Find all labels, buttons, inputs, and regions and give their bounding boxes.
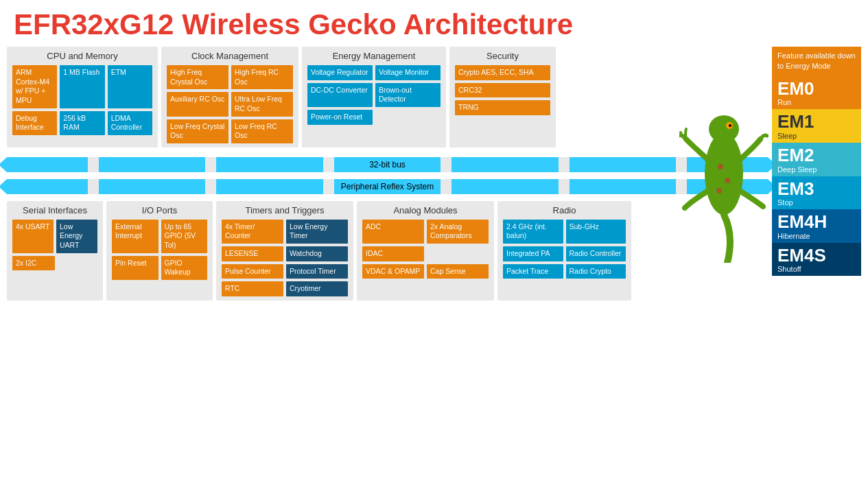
serial-cell-2: 2x I2C xyxy=(12,256,55,271)
cpu-cell-2: ETM xyxy=(108,65,152,108)
clock-cell-1: High Freq RC Osc xyxy=(231,65,293,89)
radio-cell-2: Integrated PA xyxy=(503,246,563,261)
energy-block: Energy Management Voltage Regulator Volt… xyxy=(302,47,446,148)
clock-cell-5: Low Freq RC Osc xyxy=(231,119,293,143)
analog-cell-1: 2x Analog Comparators xyxy=(427,220,489,244)
cpu-cell-5: LDMA Controller xyxy=(108,111,152,135)
timers-title: Timers and Triggers xyxy=(222,205,348,215)
serial-cell-1: Low Energy UART xyxy=(56,220,97,253)
bus-container: 32-bit bus Peripheral Reflex System xyxy=(7,150,768,199)
energy-title: Energy Management xyxy=(307,51,441,61)
cpu-block: CPU and Memory ARM Cortex-M4 w/ FPU + MP… xyxy=(7,47,158,148)
energy-cell-1: Voltage Monitor xyxy=(375,65,441,80)
timers-cell-7: Cryotimer xyxy=(286,281,348,296)
cpu-cell-3: Debug Interface xyxy=(12,111,57,135)
em3-block: EM3 Stop xyxy=(772,176,861,210)
radio-cell-0: 2.4 GHz (int. balun) xyxy=(503,220,563,244)
cpu-cell-4: 256 kB RAM xyxy=(60,111,104,135)
page-title: EFR32xG12 Wireless Gecko Architecture xyxy=(0,0,868,47)
io-cell-1: Up to 65 GPIO (5V Tol) xyxy=(161,220,208,253)
bus1-label: 32-bit bus xyxy=(369,160,406,169)
em3-sub: Stop xyxy=(777,198,856,207)
em0-sub: Run xyxy=(777,98,856,106)
security-cell-2: TRNG xyxy=(455,100,550,115)
serial-title: Serial Interfaces xyxy=(12,205,97,215)
energy-cell-2: DC-DC Converter xyxy=(307,83,373,107)
security-cell-1: CRC32 xyxy=(455,83,550,98)
analog-cell-4: VDAC & OPAMP xyxy=(362,264,424,279)
timers-cell-0: 4x Timer/ Counter xyxy=(222,220,283,244)
io-cell-2: Pin Reset xyxy=(112,256,159,280)
em4h-label: EM4H xyxy=(777,212,856,232)
bus2-label: Peripheral Reflex System xyxy=(341,182,434,191)
em0-block: EM0 Run xyxy=(772,76,861,110)
em2-label: EM2 xyxy=(777,145,856,165)
security-block: Security Crypto AES, ECC, SHA CRC32 TRNG xyxy=(449,47,556,148)
em1-sub: Sleep xyxy=(777,132,856,140)
em-intro-text: Feature available down to Energy Mode xyxy=(772,47,861,76)
io-title: I/O Ports xyxy=(112,205,207,215)
analog-cell-0: ADC xyxy=(362,220,424,244)
analog-title: Analog Modules xyxy=(362,205,489,215)
analog-cell-5: Cap Sense xyxy=(427,264,489,279)
clock-cell-0: High Freq Crystal Osc xyxy=(167,65,228,89)
radio-cell-5: Radio Crypto xyxy=(566,264,626,279)
em-panel: Feature available down to Energy Mode EM… xyxy=(772,47,861,301)
io-block: I/O Ports External Interrupt Up to 65 GP… xyxy=(106,201,213,301)
em1-label: EM1 xyxy=(777,112,856,132)
radio-cell-3: Radio Controller xyxy=(566,246,626,261)
energy-cell-3: Brown-out Detector xyxy=(375,83,441,107)
em1-block: EM1 Sleep xyxy=(772,109,861,143)
timers-cell-4: Pulse Counter xyxy=(222,264,283,279)
em2-sub: Deep Sleep xyxy=(777,165,856,174)
io-cell-0: External Interrupt xyxy=(112,220,159,253)
timers-block: Timers and Triggers 4x Timer/ Counter Lo… xyxy=(216,201,353,301)
energy-cell-0: Voltage Regulator xyxy=(307,65,373,80)
radio-block: Radio 2.4 GHz (int. balun) Sub-GHz Integ… xyxy=(497,201,631,301)
timers-cell-1: Low Energy Timer xyxy=(286,220,348,244)
serial-block: Serial Interfaces 4x USART Low Energy UA… xyxy=(7,201,103,301)
radio-cell-1: Sub-GHz xyxy=(566,220,626,244)
security-title: Security xyxy=(455,51,550,61)
em4h-sub: Hibernate xyxy=(777,232,856,240)
radio-title: Radio xyxy=(503,205,626,215)
em4s-label: EM4S xyxy=(777,246,856,266)
analog-block: Analog Modules ADC 2x Analog Comparators… xyxy=(357,201,494,301)
cpu-cell-0: ARM Cortex-M4 w/ FPU + MPU xyxy=(12,65,57,108)
clock-block: Clock Management High Freq Crystal Osc H… xyxy=(161,47,298,148)
analog-cell-2: IDAC xyxy=(362,246,424,261)
em3-label: EM3 xyxy=(777,179,856,199)
analog-cell-3 xyxy=(427,246,489,261)
clock-cell-2: Auxiliary RC Osc xyxy=(167,92,228,116)
serial-cell-0: 4x USART xyxy=(12,220,54,253)
timers-cell-6: RTC xyxy=(222,281,283,296)
timers-cell-5: Protocol Timer xyxy=(286,264,348,279)
timers-cell-2: LESENSE xyxy=(222,246,283,261)
em4s-block: EM4S Shutoff xyxy=(772,243,861,277)
clock-cell-4: Low Freq Crystal Osc xyxy=(167,119,228,143)
clock-cell-3: Ultra Low Freq RC Osc xyxy=(231,92,293,116)
energy-cell-4: Power-on Reset xyxy=(307,110,373,125)
em4h-block: EM4H Hibernate xyxy=(772,209,861,243)
em4s-sub: Shutoff xyxy=(777,265,856,273)
security-cell-0: Crypto AES, ECC, SHA xyxy=(455,65,550,80)
em0-label: EM0 xyxy=(777,79,856,99)
clock-title: Clock Management xyxy=(167,51,293,61)
radio-cell-4: Packet Trace xyxy=(503,264,563,279)
timers-cell-3: Watchdog xyxy=(286,246,348,261)
io-cell-3: GPIO Wakeup xyxy=(161,256,208,280)
em2-block: EM2 Deep Sleep xyxy=(772,143,861,176)
cpu-title: CPU and Memory xyxy=(12,51,152,61)
cpu-cell-1: 1 MB Flash xyxy=(60,65,104,108)
